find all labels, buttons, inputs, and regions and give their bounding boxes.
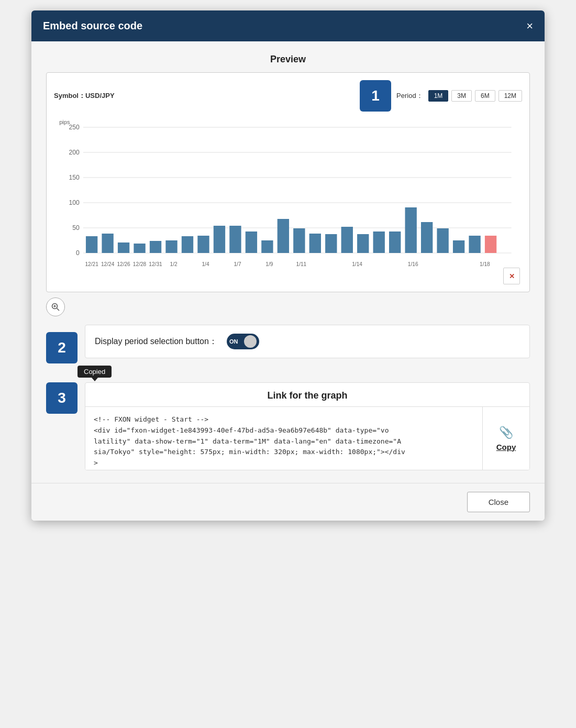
svg-rect-38 — [485, 236, 496, 253]
period-btn-6m[interactable]: 6M — [475, 90, 495, 102]
svg-rect-29 — [341, 227, 353, 253]
svg-rect-18 — [165, 240, 177, 253]
link-section-row: 3 Copied Link for the graph <!-- FXON wi… — [46, 382, 530, 470]
svg-text:12/26: 12/26 — [117, 261, 130, 267]
toggle-section: Display period selection button： ON — [85, 325, 530, 358]
svg-rect-28 — [325, 234, 337, 253]
modal-header: Embed source code × — [31, 10, 545, 41]
svg-rect-15 — [118, 242, 129, 253]
svg-rect-30 — [357, 234, 369, 253]
chart-symbol-label: Symbol：USD/JPY — [54, 91, 115, 101]
svg-text:250: 250 — [69, 124, 80, 131]
close-footer-button[interactable]: Close — [467, 492, 530, 512]
step3-badge: 3 — [46, 382, 77, 414]
step1-badge: 1 — [360, 80, 391, 112]
code-area-wrap: <!-- FXON widget - Start --> <div id="fx… — [85, 406, 529, 470]
svg-rect-19 — [182, 236, 193, 253]
copied-badge: Copied — [77, 366, 112, 378]
svg-text:150: 150 — [69, 174, 80, 181]
svg-rect-26 — [293, 228, 305, 253]
modal-body: Preview Symbol：USD/JPY 1 Period： 1M 3M 6… — [31, 41, 545, 483]
link-section-title: Link for the graph — [95, 390, 520, 401]
svg-rect-35 — [437, 228, 448, 253]
copy-button-panel[interactable]: 📎 Copy — [482, 407, 529, 470]
period-label: Period： — [396, 91, 423, 101]
svg-text:12/31: 12/31 — [149, 261, 162, 267]
svg-line-53 — [57, 308, 60, 311]
svg-rect-21 — [214, 226, 225, 253]
chart-logo: ✕ — [503, 268, 520, 284]
embed-modal: Embed source code × Preview Symbol：USD/J… — [31, 10, 545, 521]
svg-text:50: 50 — [72, 224, 80, 231]
svg-text:12/24: 12/24 — [101, 261, 115, 267]
period-btn-3m[interactable]: 3M — [451, 90, 472, 102]
chart-container: Symbol：USD/JPY 1 Period： 1M 3M 6M 12M — [46, 72, 530, 292]
link-section: Link for the graph <!-- FXON widget - St… — [85, 382, 530, 470]
svg-rect-34 — [421, 222, 433, 253]
toggle-switch[interactable]: ON — [227, 334, 259, 349]
modal-title: Embed source code — [43, 20, 142, 32]
svg-rect-33 — [405, 207, 417, 253]
svg-rect-23 — [246, 231, 257, 253]
svg-text:1/7: 1/7 — [234, 261, 241, 267]
copy-icon: 📎 — [499, 426, 513, 439]
toggle-thumb — [244, 335, 257, 348]
svg-rect-13 — [86, 236, 97, 253]
svg-text:1/4: 1/4 — [202, 261, 209, 267]
chart-header: Symbol：USD/JPY 1 Period： 1M 3M 6M 12M — [54, 80, 522, 112]
toggle-section-row: 2 Display period selection button： ON — [46, 325, 530, 371]
svg-rect-27 — [309, 234, 321, 253]
svg-rect-24 — [261, 240, 273, 253]
zoom-icon[interactable] — [46, 297, 65, 316]
svg-rect-14 — [102, 234, 113, 253]
period-btn-12m[interactable]: 12M — [499, 90, 522, 102]
svg-rect-20 — [197, 236, 209, 253]
svg-rect-17 — [150, 241, 161, 253]
svg-text:0: 0 — [76, 249, 80, 257]
svg-text:pips: pips — [59, 119, 70, 125]
modal-footer: Close — [31, 483, 545, 521]
svg-rect-32 — [389, 231, 401, 253]
svg-text:1/18: 1/18 — [480, 261, 490, 267]
link-section-header: Link for the graph — [85, 383, 529, 406]
svg-text:12/28: 12/28 — [133, 261, 147, 267]
svg-text:1/11: 1/11 — [296, 261, 307, 267]
svg-rect-16 — [134, 244, 145, 253]
toggle-on-text: ON — [229, 338, 238, 345]
svg-text:1/2: 1/2 — [170, 261, 178, 267]
preview-title: Preview — [46, 54, 530, 65]
zoom-icon-wrap — [46, 297, 530, 316]
code-textarea[interactable]: <!-- FXON widget - Start --> <div id="fx… — [85, 407, 482, 470]
svg-text:200: 200 — [69, 149, 80, 156]
svg-text:1/16: 1/16 — [408, 261, 418, 267]
svg-rect-25 — [278, 219, 289, 253]
close-icon[interactable]: × — [526, 20, 533, 32]
toggle-label: Display period selection button： — [95, 336, 217, 347]
svg-text:100: 100 — [69, 199, 80, 206]
svg-text:1/9: 1/9 — [265, 261, 273, 267]
period-controls: Period： 1M 3M 6M 12M — [396, 90, 522, 102]
svg-rect-31 — [373, 231, 385, 253]
svg-rect-22 — [229, 226, 241, 253]
svg-text:12/21: 12/21 — [85, 261, 98, 267]
copy-label: Copy — [496, 443, 516, 451]
svg-rect-37 — [469, 236, 480, 253]
step2-badge: 2 — [46, 332, 77, 363]
chart-svg: 250 200 150 100 50 0 pips — [54, 117, 522, 284]
chart-area: 250 200 150 100 50 0 pips — [54, 117, 522, 286]
svg-rect-36 — [453, 240, 464, 253]
period-btn-1m[interactable]: 1M — [428, 90, 449, 102]
svg-text:1/14: 1/14 — [352, 261, 362, 267]
